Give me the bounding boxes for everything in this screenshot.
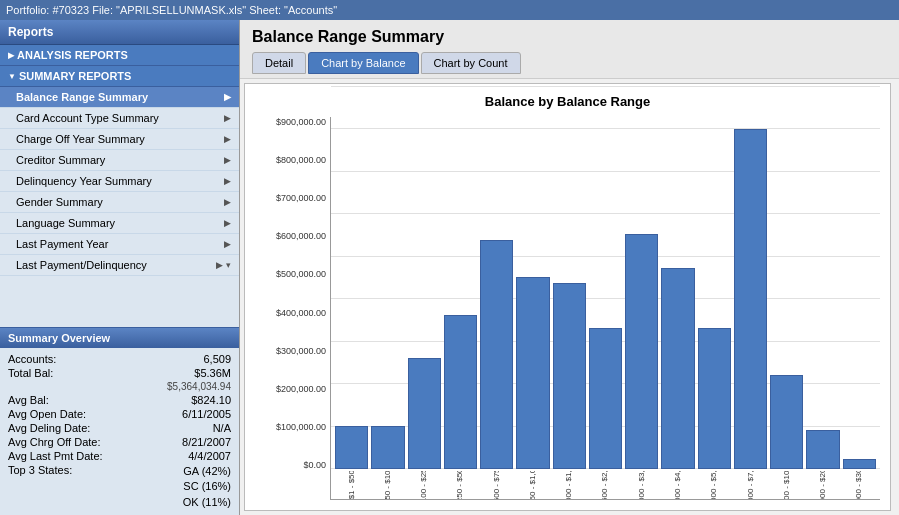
summary-label-avg-deling: Avg Deling Date: [8, 422, 90, 434]
x-label: $20,000 - $30,000 [855, 471, 863, 499]
sidebar-item-label: Last Payment Year [16, 238, 108, 250]
summary-label-avg-pmt: Avg Last Pmt Date: [8, 450, 103, 462]
x-label: $4,000 - $5,000 [710, 471, 718, 499]
summary-label-avg-open: Avg Open Date: [8, 408, 86, 420]
x-label-wrapper: $4,000 - $5,000 [698, 471, 731, 499]
bar [516, 277, 549, 469]
chart-area: Balance by Balance Range $900,000.00 $80… [244, 83, 891, 511]
bar-wrapper [589, 117, 622, 469]
x-label-wrapper: $2,000 - $3,000 [625, 471, 658, 499]
summary-value-top-states: GA (42%)SC (16%)OK (11%) [183, 464, 231, 510]
sidebar-item-creditor[interactable]: Creditor Summary ▶ [0, 150, 239, 171]
sidebar-item-last-payment-year[interactable]: Last Payment Year ▶ [0, 234, 239, 255]
bar [553, 283, 586, 469]
sidebar-section-analysis[interactable]: ANALYSIS REPORTS [0, 45, 239, 66]
bar [806, 430, 839, 469]
summary-label-total-bal: Total Bal: [8, 367, 53, 379]
sidebar-item-charge-off[interactable]: Charge Off Year Summary ▶ [0, 129, 239, 150]
tab-detail[interactable]: Detail [252, 52, 306, 74]
summary-value-avg-pmt: 4/4/2007 [188, 450, 231, 462]
summary-value-accounts: 6,509 [203, 353, 231, 365]
x-label-wrapper: $500 - $750 [480, 471, 513, 499]
y-label-3: $300,000.00 [276, 346, 326, 356]
sidebar-item-balance-range[interactable]: Balance Range Summary ▶ [0, 87, 239, 108]
bar-wrapper [625, 117, 658, 469]
summary-value-avg-deling: N/A [213, 422, 231, 434]
sidebar-item-delinquency[interactable]: Delinquency Year Summary ▶ [0, 171, 239, 192]
chart-plot: $1 - $50$50 - $100$100 - $250$250 - $500… [330, 117, 880, 500]
x-label-wrapper: $10,000 - $20,000 [806, 471, 839, 499]
summary-label-top-states: Top 3 States: [8, 464, 72, 510]
bar-wrapper [553, 117, 586, 469]
page-title: Balance Range Summary [252, 28, 887, 46]
grid-line [331, 86, 880, 87]
summary-label-accounts: Accounts: [8, 353, 56, 365]
x-label-wrapper: $50 - $100 [371, 471, 404, 499]
sidebar-header: Reports [0, 20, 239, 45]
x-label: $1 - $50 [348, 471, 356, 499]
chevron-right-icon: ▶ [224, 92, 231, 102]
x-label-wrapper: $7,500 - $10,000 [770, 471, 803, 499]
y-axis: $900,000.00 $800,000.00 $700,000.00 $600… [255, 117, 330, 500]
summary-row-avg-open: Avg Open Date: 6/11/2005 [8, 407, 231, 421]
bar [589, 328, 622, 469]
x-label: $250 - $500 [456, 471, 464, 499]
bar [335, 426, 368, 469]
chevron-right-icon: ▶ [224, 239, 231, 249]
y-label-9: $900,000.00 [276, 117, 326, 127]
content-area: Balance Range Summary Detail Chart by Ba… [240, 20, 899, 515]
tab-chart-by-balance[interactable]: Chart by Balance [308, 52, 418, 74]
summary-row-top-states: Top 3 States: GA (42%)SC (16%)OK (11%) [8, 463, 231, 511]
x-label: $3,000 - $4,000 [674, 471, 682, 499]
x-label-wrapper: $100 - $250 [408, 471, 441, 499]
summary-row-accounts: Accounts: 6,509 [8, 352, 231, 366]
summary-row-avg-deling: Avg Deling Date: N/A [8, 421, 231, 435]
chevron-right-icon: ▶ [224, 155, 231, 165]
sidebar-item-language[interactable]: Language Summary ▶ [0, 213, 239, 234]
bar-wrapper [371, 117, 404, 469]
y-label-2: $200,000.00 [276, 384, 326, 394]
x-label: $2,000 - $3,000 [638, 471, 646, 499]
bar [770, 375, 803, 469]
summary-row-total-bal-exact: $5,364,034.94 [8, 380, 231, 393]
x-label-wrapper: $1,500 - $2,000 [589, 471, 622, 499]
chevron-right-icon: ▶ [224, 113, 231, 123]
sidebar-item-label: Creditor Summary [16, 154, 105, 166]
x-label-wrapper: $1,000 - $1,500 [553, 471, 586, 499]
sidebar-item-label: Charge Off Year Summary [16, 133, 145, 145]
sidebar-scroll[interactable]: ANALYSIS REPORTS SUMMARY REPORTS Balance… [0, 45, 239, 327]
sidebar-item-last-payment-delinquency[interactable]: Last Payment/Delinquency ▶ ▾ [0, 255, 239, 276]
x-label: $1,500 - $2,000 [601, 471, 609, 499]
bar-wrapper [444, 117, 477, 469]
bar-wrapper [480, 117, 513, 469]
bar [444, 315, 477, 469]
bar [698, 328, 731, 469]
bar [480, 240, 513, 469]
sidebar-item-card-account[interactable]: Card Account Type Summary ▶ [0, 108, 239, 129]
summary-label-avg-bal: Avg Bal: [8, 394, 49, 406]
x-label: $50 - $100 [384, 471, 392, 499]
y-label-0: $0.00 [303, 460, 326, 470]
bars-container [335, 117, 876, 469]
chart-inner: $900,000.00 $800,000.00 $700,000.00 $600… [255, 117, 880, 500]
sidebar-item-label: Balance Range Summary [16, 91, 148, 103]
summary-row-avg-chrg: Avg Chrg Off Date: 8/21/2007 [8, 435, 231, 449]
summary-overview-header: Summary Overview [0, 328, 239, 348]
sidebar-item-label: Card Account Type Summary [16, 112, 159, 124]
chevron-right-icon: ▶ [224, 176, 231, 186]
chevron-right-icon: ▶ ▾ [216, 260, 231, 270]
bar-wrapper [661, 117, 694, 469]
sidebar-item-gender[interactable]: Gender Summary ▶ [0, 192, 239, 213]
summary-overview: Summary Overview Accounts: 6,509 Total B… [0, 327, 239, 515]
chart-title: Balance by Balance Range [255, 94, 880, 109]
content-header: Balance Range Summary Detail Chart by Ba… [240, 20, 899, 79]
bar [661, 268, 694, 469]
bar-wrapper [335, 117, 368, 469]
sidebar-item-label: Language Summary [16, 217, 115, 229]
tab-chart-by-count[interactable]: Chart by Count [421, 52, 521, 74]
y-label-8: $800,000.00 [276, 155, 326, 165]
bar [734, 129, 767, 469]
bar [625, 234, 658, 469]
summary-label-avg-chrg: Avg Chrg Off Date: [8, 436, 101, 448]
sidebar-section-summary[interactable]: SUMMARY REPORTS [0, 66, 239, 87]
